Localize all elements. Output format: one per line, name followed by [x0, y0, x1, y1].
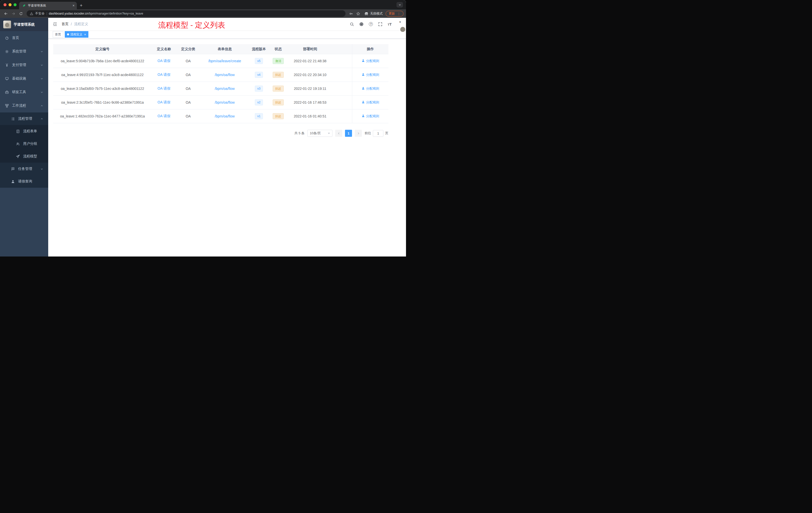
sidebar-item-user-group[interactable]: 用户分组 — [0, 138, 48, 150]
browser-tab[interactable]: 芋道管理系统 × — [19, 2, 77, 9]
goto-page-input[interactable] — [373, 130, 383, 137]
dashboard-icon — [5, 36, 9, 40]
reload-button[interactable] — [18, 10, 24, 17]
avatar-caret-icon: ▼ — [399, 21, 401, 23]
sidebar-item-system[interactable]: 系统管理 — [0, 45, 48, 58]
page-content: 定义编号定义名称定义分类表单信息流程版本状态部署时间操作 oa_leave:5:… — [48, 39, 406, 256]
next-page-button[interactable] — [355, 130, 362, 137]
assign-rule-label: 分配规则 — [366, 86, 379, 91]
security-label: 不安全 — [35, 11, 45, 16]
deploy-time-cell: 2022-01-22 19:19:11 — [288, 82, 332, 95]
page-size-select[interactable]: 10条/页 — [307, 130, 332, 137]
zoom-window-button[interactable] — [13, 3, 17, 6]
chevron-down-icon — [40, 77, 43, 80]
tag-process-definition[interactable]: 流程定义× — [65, 31, 88, 38]
definition-name-link[interactable]: OA 请假 — [157, 59, 170, 63]
table-body: oa_leave:5:004b710b-7b8a-11ec-8ef0-acde4… — [53, 54, 388, 123]
sidebar-item-task-manage[interactable]: 任务管理 — [0, 163, 48, 175]
status-badge: 激活 — [273, 58, 284, 64]
sidebar-item-infra[interactable]: 基础设施 — [0, 72, 48, 85]
sidebar-item-label: 基础设施 — [12, 76, 26, 81]
main-area: 首页 / 流程定义 流程模型 - 定义列表 ? TT — [48, 18, 406, 256]
breadcrumb-current: 流程定义 — [74, 22, 88, 26]
form-info-link[interactable]: /bpm/oa/leave/create — [208, 59, 241, 63]
update-browser-button[interactable]: 更新 ⋮ — [386, 11, 404, 17]
definition-name-link[interactable]: OA 请假 — [157, 114, 170, 118]
fullscreen-icon[interactable] — [378, 22, 382, 26]
deploy-time-cell: 2022-01-22 20:34:10 — [288, 68, 332, 82]
row-spacer — [332, 110, 352, 123]
browser-tab-strip: 芋道管理系统 × + — [0, 0, 406, 9]
assign-rule-button[interactable]: 分配规则 — [361, 72, 379, 77]
user-icon — [361, 100, 365, 104]
definition-name-link[interactable]: OA 请假 — [157, 72, 170, 77]
url-path: /bpm/manager/definition?key=oa_leave — [88, 12, 143, 15]
help-icon[interactable]: ? — [369, 22, 373, 26]
tag-home[interactable]: 首页 — [53, 31, 63, 38]
forward-button[interactable] — [10, 10, 17, 17]
version-badge: v2 — [255, 99, 263, 105]
github-icon[interactable] — [359, 22, 364, 26]
tag-label: 首页 — [55, 32, 61, 37]
status-badge: 挂起 — [273, 72, 284, 78]
search-icon[interactable] — [350, 22, 354, 26]
close-window-button[interactable] — [3, 3, 6, 6]
sidebar-item-devtools[interactable]: 研发工具 — [0, 85, 48, 99]
goto-unit-label: 页 — [385, 131, 388, 135]
new-tab-button[interactable]: + — [77, 2, 86, 9]
definition-id-cell: oa_leave:5:004b710b-7b8a-11ec-8ef0-acde4… — [53, 54, 152, 68]
assign-rule-button[interactable]: 分配规则 — [361, 59, 379, 63]
font-size-icon[interactable]: TT — [388, 22, 392, 26]
form-info-link[interactable]: /bpm/oa/flow — [215, 114, 234, 118]
page-number-button[interactable]: 1 — [345, 130, 352, 137]
incognito-label: 无痕模式 — [370, 11, 383, 16]
definition-id-cell: oa_leave:2:3c1f0ef1-76b1-11ec-9c66-a2380… — [53, 96, 152, 109]
definition-id-cell: oa_leave:4:991f2193-7b7f-11ec-a3c8-acde4… — [53, 68, 152, 82]
sidebar-item-label: 用户分组 — [23, 142, 37, 146]
breadcrumb-home[interactable]: 首页 — [61, 22, 68, 26]
sidebar-item-home[interactable]: 首页 — [0, 31, 48, 45]
hamburger-icon[interactable] — [52, 21, 58, 27]
address-bar[interactable]: 不安全 dashboard.yudao.iocoder.cn/bpm/manag… — [27, 10, 346, 17]
monitor-icon — [5, 77, 9, 81]
sidebar-item-label: 流程模型 — [23, 154, 37, 159]
assign-rule-button[interactable]: 分配规则 — [361, 114, 379, 118]
column-header-status: 状态 — [268, 44, 288, 54]
column-header-form-info: 表单信息 — [200, 44, 249, 54]
back-button[interactable] — [2, 10, 9, 17]
form-info-link[interactable]: /bpm/oa/flow — [215, 100, 234, 104]
form-info-link[interactable]: /bpm/oa/flow — [215, 87, 234, 91]
tab-close-icon[interactable]: × — [72, 4, 75, 7]
table-row: oa_leave:4:991f2193-7b7f-11ec-a3c8-acde4… — [53, 68, 388, 82]
tab-search-button[interactable] — [397, 2, 403, 7]
column-header-definition-name: 定义名称 — [152, 44, 176, 54]
chevron-down-icon — [40, 64, 43, 66]
assign-rule-button[interactable]: 分配规则 — [361, 86, 379, 91]
goto-label: 前往 — [365, 131, 371, 135]
sidebar-item-process-manage[interactable]: 流程管理 — [0, 113, 48, 125]
bookmark-star-icon[interactable] — [355, 10, 361, 17]
sidebar-item-leave-query[interactable]: 请假查询 — [0, 175, 48, 188]
update-label: 更新 — [389, 11, 395, 16]
breadcrumb-separator: / — [71, 22, 72, 26]
definition-id-cell: oa_leave:1:482ec033-762a-11ec-8477-a2380… — [53, 110, 152, 123]
password-key-icon[interactable] — [348, 10, 354, 17]
sidebar-item-process-form[interactable]: 流程表单 — [0, 125, 48, 138]
sidebar-item-workflow[interactable]: 工作流程 — [0, 99, 48, 113]
version-badge: v5 — [255, 58, 263, 64]
tag-close-icon[interactable]: × — [84, 33, 86, 36]
app-logo[interactable]: 芋道管理系统 — [0, 18, 48, 31]
form-info-link[interactable]: /bpm/oa/flow — [215, 73, 234, 77]
sidebar-item-label: 任务管理 — [18, 167, 32, 171]
minimize-window-button[interactable] — [8, 3, 11, 6]
assign-rule-button[interactable]: 分配规则 — [361, 100, 379, 105]
definition-name-link[interactable]: OA 请假 — [157, 100, 170, 105]
prev-page-button[interactable] — [335, 130, 342, 137]
task-icon — [11, 167, 15, 171]
definition-name-link[interactable]: OA 请假 — [157, 86, 170, 91]
breadcrumb: 首页 / 流程定义 — [61, 22, 88, 26]
toolbox-icon — [5, 90, 9, 94]
sidebar-item-process-model[interactable]: 流程模型 — [0, 150, 48, 163]
goto-page: 前往 页 — [365, 130, 388, 137]
sidebar-item-payment[interactable]: 支付管理 — [0, 58, 48, 72]
